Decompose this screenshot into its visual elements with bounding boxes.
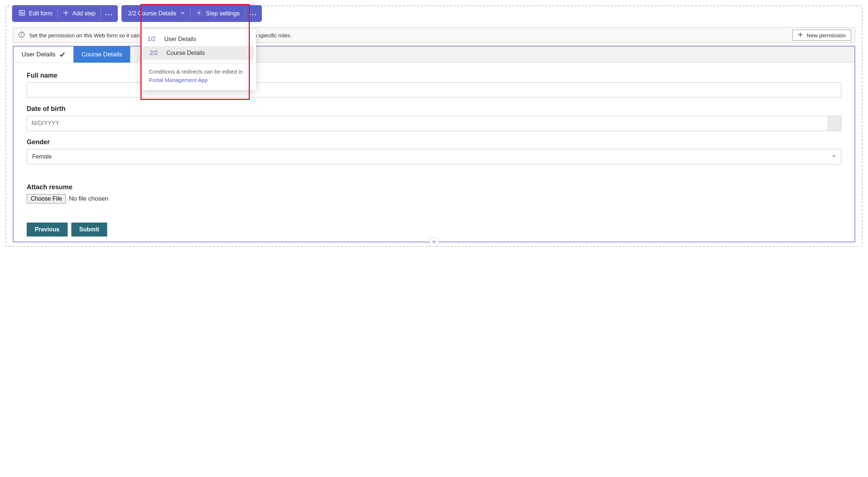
step-dropdown-panel: 1/2 User Details 2/2 Course Details Cond… (141, 29, 256, 90)
tab-course-details[interactable]: Course Details (74, 46, 131, 63)
toolbar-right: 2/2 Course Details Step settings (121, 5, 262, 22)
tab-user-details[interactable]: User Details (14, 46, 74, 63)
toolbar-row: Edit form Add step 2/2 Course Details (12, 5, 862, 22)
more-icon (249, 10, 256, 17)
check-icon (59, 52, 65, 57)
dob-input[interactable] (27, 116, 828, 131)
step-label: Course Details (166, 50, 205, 56)
add-component-button[interactable]: + (429, 237, 439, 247)
dropdown-item-user-details[interactable]: 1/2 User Details (141, 32, 256, 46)
attach-resume-label: Attach resume (27, 183, 841, 191)
step-selector-label: 2/2 Course Details (128, 10, 176, 17)
dob-label: Date of birth (27, 105, 841, 113)
form-editor-container: Edit form Add step 2/2 Course Details (5, 5, 863, 247)
gender-label: Gender (27, 138, 841, 146)
svg-point-7 (198, 12, 200, 14)
svg-point-6 (111, 14, 112, 15)
new-permission-label: New permission (807, 32, 846, 38)
add-step-label: Add step (72, 10, 95, 17)
calendar-picker-button[interactable] (828, 116, 841, 131)
step-selector-dropdown[interactable]: 2/2 Course Details (123, 5, 190, 22)
tab-label: Course Details (82, 51, 123, 58)
svg-point-5 (108, 14, 109, 15)
chevron-down-icon (180, 10, 185, 17)
step-number: 2/2 (150, 50, 160, 56)
info-icon (18, 31, 25, 39)
step-label: User Details (164, 36, 196, 42)
plus-icon (798, 32, 803, 38)
form-area: Full name Date of birth Gender Female (14, 63, 854, 242)
step-settings-button[interactable]: Step settings (191, 5, 245, 22)
svg-point-10 (255, 14, 256, 15)
form-canvas: User Details Course Details Full name Da… (13, 46, 855, 242)
svg-rect-1 (20, 11, 22, 12)
svg-rect-2 (20, 12, 24, 13)
step-settings-label: Step settings (206, 10, 240, 17)
step-tabs-bar: User Details Course Details (14, 46, 854, 63)
gender-select[interactable]: Female (27, 149, 841, 164)
field-date-of-birth: Date of birth (27, 105, 841, 131)
new-permission-button[interactable]: New permission (792, 30, 851, 41)
step-number: 1/2 (147, 36, 158, 42)
plus-icon (63, 10, 69, 17)
more-options-right-button[interactable] (245, 5, 260, 22)
dropdown-divider (141, 63, 256, 63)
form-icon (19, 10, 25, 18)
svg-point-4 (106, 14, 107, 15)
dropdown-footer: Conditions & redirects can be edited in … (141, 68, 256, 84)
svg-rect-13 (21, 34, 22, 36)
gender-value: Female (32, 153, 52, 160)
submit-button[interactable]: Submit (71, 223, 107, 236)
svg-point-8 (250, 14, 251, 15)
no-file-text: No file chosen (69, 195, 108, 202)
edit-form-button[interactable]: Edit form (14, 5, 57, 22)
more-icon (105, 10, 112, 17)
svg-point-12 (21, 33, 22, 34)
portal-management-link[interactable]: Portal Management App (149, 77, 208, 83)
permission-info-bar: Set the permission on this Web form so i… (13, 27, 855, 43)
field-attach-resume: Attach resume Choose File No file chosen (27, 183, 841, 204)
dropdown-item-course-details[interactable]: 2/2 Course Details (143, 46, 254, 60)
choose-file-button[interactable]: Choose File (27, 194, 66, 204)
edit-form-label: Edit form (29, 10, 52, 17)
previous-button[interactable]: Previous (27, 223, 68, 236)
svg-rect-3 (20, 14, 24, 14)
gear-icon (196, 10, 202, 18)
chevron-down-icon (831, 153, 837, 160)
dropdown-footer-text: Conditions & redirects can be edited in (149, 68, 243, 75)
svg-point-9 (252, 14, 253, 15)
tab-label: User Details (22, 51, 56, 58)
toolbar-left: Edit form Add step (12, 5, 118, 22)
add-step-button[interactable]: Add step (58, 5, 101, 22)
more-options-left-button[interactable] (101, 5, 116, 22)
plus-icon: + (432, 238, 436, 246)
field-gender: Gender Female (27, 138, 841, 164)
form-nav-buttons: Previous Submit (27, 223, 841, 236)
